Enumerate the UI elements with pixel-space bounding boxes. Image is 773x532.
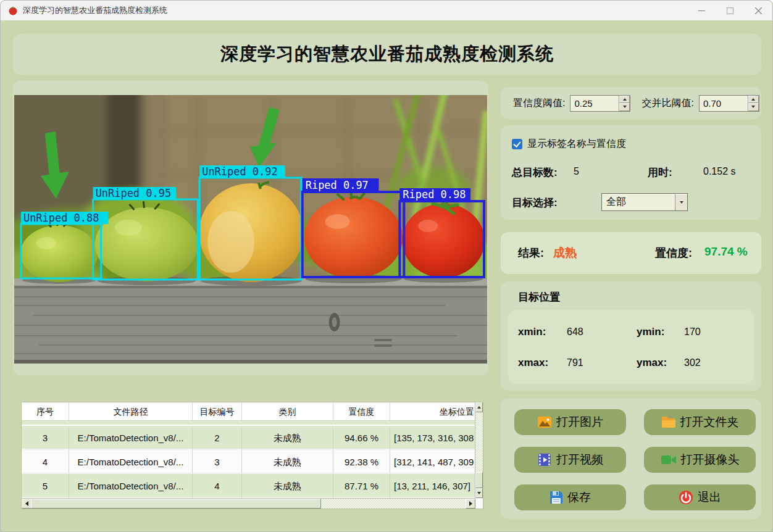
detection-image-panel: UnRiped 0.88 UnRiped 0.95 UnRiped 0.92 R… [13,81,488,375]
col-header-class[interactable]: 类别 [242,402,333,421]
table-row[interactable]: 4 E:/TomatoDetection_v8/... 3 未成熟 92.38 … [22,450,475,474]
horizontal-scroll-thumb[interactable] [31,499,321,509]
minimize-button[interactable] [687,1,716,20]
ymax-label: ymax: [637,357,667,369]
partial-row [22,421,475,426]
scroll-up-icon[interactable] [475,402,483,412]
xmin-label: xmin: [518,326,546,338]
close-button[interactable] [744,1,772,20]
app-window: 深度学习的智慧农业番茄成熟度检测系统 深度学习的智慧农业番茄成熟度检测系统 [0,0,773,532]
page-title: 深度学习的智慧农业番茄成熟度检测系统 [220,42,554,67]
col-header-confidence[interactable]: 置信度 [333,402,390,421]
elapsed-time-value: 0.152 s [703,166,735,177]
ymax-value: 302 [684,357,701,368]
table-row[interactable]: 5 E:/TomatoDetection_v8/... 4 未成熟 87.71 … [22,474,475,498]
col-header-filepath[interactable]: 文件路径 [69,402,193,421]
target-position-title: 目标位置 [518,290,560,304]
table-header-row: 序号 文件路径 目标编号 类别 置信度 坐标位置 [22,402,475,421]
confidence-spin-up-icon[interactable] [619,96,630,104]
ymin-value: 170 [684,326,701,338]
open-camera-button[interactable]: 打开摄像头 [644,447,756,473]
col-header-index[interactable]: 序号 [22,402,69,421]
save-icon [549,491,563,504]
window-title: 深度学习的智慧农业番茄成熟度检测系统 [23,5,167,16]
total-targets-label: 总目标数: [512,165,558,180]
iou-threshold-input[interactable] [700,96,748,111]
vertical-scrollbar[interactable] [475,402,483,498]
target-position-values: xmin: 648 ymin: 170 xmax: 791 ymax: 302 [508,310,754,384]
xmax-value: 791 [567,357,583,368]
save-button[interactable]: 保存 [514,484,626,510]
bbox-label: UnRiped 0.95 [96,187,171,199]
show-labels-checkbox-label: 显示标签名称与置信度 [527,138,626,151]
horizontal-scrollbar[interactable] [22,498,475,509]
header-panel: 深度学习的智慧农业番茄成熟度检测系统 [13,34,761,75]
show-labels-checkbox[interactable] [512,139,522,149]
result-panel: 结果: 成熟 置信度: 97.74 % [501,232,761,274]
folder-icon [661,415,676,430]
col-header-coords[interactable]: 坐标位置 [390,402,475,421]
iou-spin-down-icon[interactable] [748,103,759,111]
elapsed-time-label: 用时: [648,165,672,180]
detection-image: UnRiped 0.88 UnRiped 0.95 UnRiped 0.92 R… [14,95,487,364]
target-select-label: 目标选择: [512,196,558,210]
scroll-left-icon[interactable] [22,499,31,509]
camera-icon [661,453,677,467]
confidence-spin-down-icon[interactable] [619,103,630,111]
iou-threshold-spinbox[interactable] [699,95,759,112]
result-value: 成熟 [553,245,577,261]
threshold-panel: 置信度阈值: 交并比阈值: [501,87,761,119]
confidence-threshold-input[interactable] [570,96,619,111]
titlebar: 深度学习的智慧农业番茄成熟度检测系统 [1,1,772,20]
target-select-dropdown[interactable]: 全部 [601,193,688,211]
open-video-button[interactable]: 打开视频 [514,447,626,473]
result-label: 结果: [518,246,544,260]
ymin-label: ymin: [637,326,664,338]
confidence-threshold-spinbox[interactable] [570,95,630,112]
maximize-button[interactable] [716,1,744,20]
chevron-down-icon[interactable] [675,194,687,210]
target-position-panel: 目标位置 xmin: 648 ymin: 170 xmax: 791 ymax:… [501,281,761,391]
open-folder-button[interactable]: 打开文件夹 [644,409,756,435]
video-file-icon [537,452,552,467]
settings-panel: 显示标签名称与置信度 总目标数: 5 用时: 0.152 s 目标选择: 全部 [501,125,761,220]
scroll-down-icon[interactable] [475,488,483,498]
tomato-app-icon [8,6,18,15]
bbox-label: Riped 0.98 [403,188,466,201]
exit-button[interactable]: 退出 [644,484,756,510]
target-select-value: 全部 [602,194,675,210]
xmax-label: xmax: [518,357,548,369]
detections-table: 序号 文件路径 目标编号 类别 置信度 坐标位置 3 E:/TomatoDete… [21,402,483,509]
picture-icon [537,415,552,430]
iou-spin-up-icon[interactable] [748,96,759,104]
xmin-value: 648 [567,326,583,338]
bbox-label: Riped 0.97 [306,179,369,191]
actions-panel: 打开图片 打开文件夹 打开视频 打开摄像头 保存 退出 [501,399,761,519]
bbox-label: UnRiped 0.88 [23,212,99,224]
vertical-scroll-thumb[interactable] [475,472,483,488]
bbox-label: UnRiped 0.92 [202,165,277,178]
scroll-right-icon[interactable] [466,499,475,509]
total-targets-value: 5 [574,166,579,177]
power-icon [679,490,693,505]
result-confidence-label: 置信度: [655,246,692,260]
confidence-threshold-label: 置信度阈值: [513,97,565,110]
iou-threshold-label: 交并比阈值: [641,97,693,110]
result-confidence-value: 97.74 % [704,245,748,259]
col-header-target-id[interactable]: 目标编号 [193,402,242,421]
open-image-button[interactable]: 打开图片 [514,409,626,435]
table-row[interactable]: 3 E:/TomatoDetection_v8/... 2 未成熟 94.66 … [22,426,475,450]
